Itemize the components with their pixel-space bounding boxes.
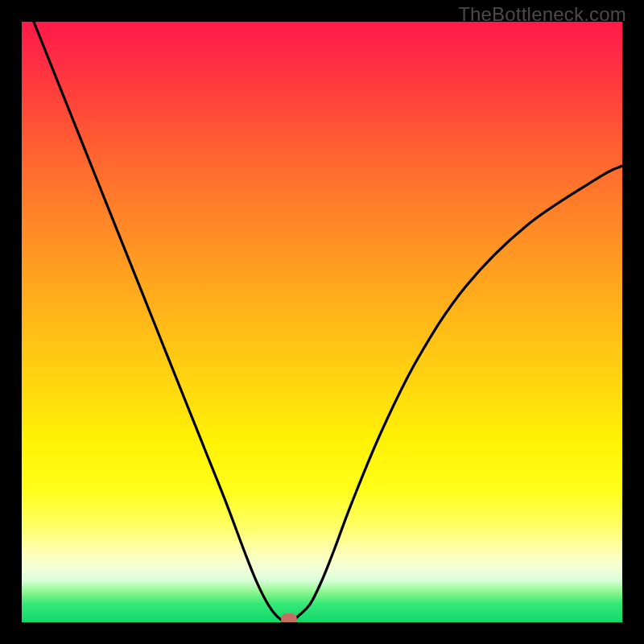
bottleneck-curve	[34, 22, 622, 622]
chart-frame: TheBottleneck.com	[0, 0, 644, 644]
left-border	[0, 22, 22, 622]
optimal-point-marker	[281, 613, 297, 622]
plot-area	[22, 22, 622, 622]
attribution-text: TheBottleneck.com	[458, 3, 626, 26]
curve-svg	[22, 22, 622, 622]
